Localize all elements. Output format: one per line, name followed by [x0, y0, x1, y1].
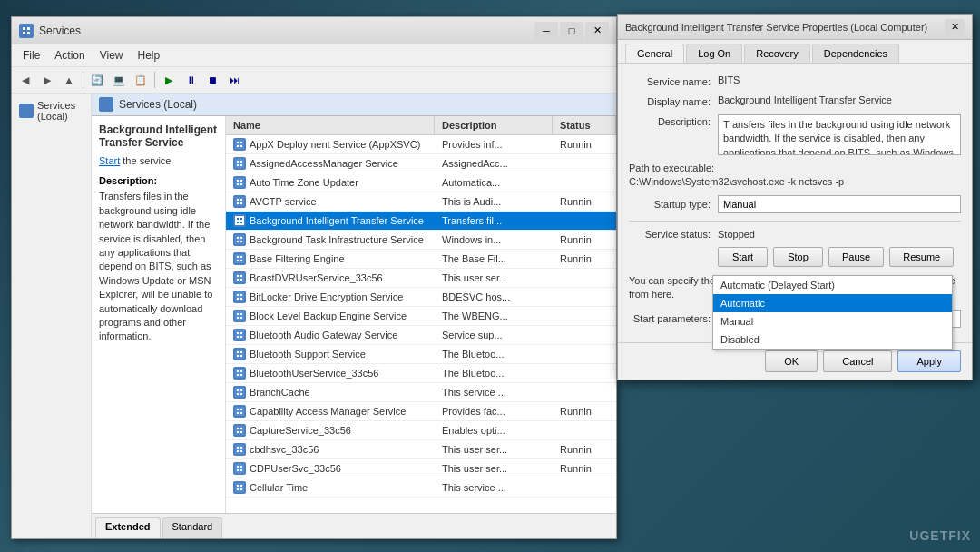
pause-button[interactable]: Pause [828, 247, 884, 267]
close-button[interactable]: ✕ [585, 22, 609, 40]
toolbar-forward[interactable]: ▶ [37, 70, 57, 90]
stop-button[interactable]: Stop [773, 247, 823, 267]
maximize-button[interactable]: □ [560, 22, 583, 40]
svg-rect-58 [237, 336, 239, 338]
svg-rect-11 [237, 161, 239, 163]
service-row[interactable]: CDPUserSvc_33c56This user ser...Runnin [226, 459, 616, 478]
service-list-header: Name Description Status [226, 116, 616, 135]
ok-button[interactable]: OK [765, 350, 818, 372]
start-button[interactable]: Start [718, 247, 768, 267]
dropdown-item-manual[interactable]: Manual [713, 312, 952, 330]
menu-file[interactable]: File [15, 46, 47, 64]
svg-rect-78 [237, 412, 239, 414]
svg-rect-19 [240, 183, 242, 185]
svg-rect-81 [237, 428, 239, 429]
toolbar-computer[interactable]: 💻 [109, 70, 129, 90]
svg-rect-99 [240, 488, 242, 490]
toolbar-stop-service[interactable]: ⏸ [181, 70, 201, 90]
service-row[interactable]: Background Task Infrastructure ServiceWi… [226, 231, 616, 250]
service-cell-name: BitLocker Drive Encryption Service [226, 288, 435, 306]
dropdown-item-delayed[interactable]: Automatic (Delayed Start) [713, 276, 952, 294]
svg-rect-72 [240, 389, 242, 391]
service-icon [233, 138, 246, 151]
dropdown-item-disabled[interactable]: Disabled [713, 330, 952, 349]
startup-label: Startup type: [629, 199, 710, 210]
left-panel-item-local[interactable]: Services (Local) [15, 97, 87, 124]
path-section: Path to executable: C:\Windows\System32\… [629, 163, 961, 188]
menu-help[interactable]: Help [131, 46, 168, 64]
service-row[interactable]: Block Level Backup Engine ServiceThe WBE… [226, 307, 616, 326]
service-cell-status [553, 326, 616, 344]
service-row[interactable]: Base Filtering EngineThe Base Fil...Runn… [226, 250, 616, 269]
col-status[interactable]: Status [553, 116, 616, 134]
tab-recovery[interactable]: Recovery [744, 44, 809, 63]
service-cell-name: Bluetooth Audio Gateway Service [226, 326, 435, 344]
service-row[interactable]: Bluetooth Audio Gateway ServiceService s… [226, 326, 616, 345]
svg-rect-47 [240, 294, 242, 296]
service-name-label: Service name: [629, 74, 710, 87]
description-value[interactable]: Transfers files in the background using … [718, 114, 961, 155]
right-panel: Services (Local) Background Intelligent … [92, 94, 616, 538]
svg-rect-55 [235, 330, 244, 340]
service-row[interactable]: CaptureService_33c56Enables opti... [226, 421, 616, 440]
tab-general[interactable]: General [625, 44, 684, 63]
service-row[interactable]: BranchCacheThis service ... [226, 383, 616, 402]
svg-rect-83 [237, 431, 239, 433]
dialog-close-button[interactable]: ✕ [945, 19, 965, 35]
service-cell-status [553, 288, 616, 306]
service-row[interactable]: AssignedAccessManager ServiceAssignedAcc… [226, 154, 616, 173]
service-row[interactable]: Auto Time Zone UpdaterAutomatica... [226, 173, 616, 192]
startup-select[interactable]: Automatic (Delayed Start) Automatic Manu… [718, 195, 961, 213]
menu-action[interactable]: Action [47, 46, 92, 64]
service-row[interactable]: Bluetooth Support ServiceThe Bluetoo... [226, 345, 616, 364]
info-sidebar-title: Background Intelligent Transfer Service [99, 123, 218, 149]
svg-rect-84 [240, 431, 242, 433]
left-panel: Services (Local) [12, 94, 92, 538]
service-cell-status [553, 345, 616, 363]
svg-rect-34 [240, 241, 242, 242]
dialog-titlebar: Background Intelligent Transfer Service … [618, 15, 972, 40]
col-name[interactable]: Name [226, 116, 435, 134]
service-row[interactable]: Cellular TimeThis service ... [226, 478, 616, 498]
tab-standard[interactable]: Standard [162, 518, 223, 538]
service-name-text: Block Level Backup Engine Service [250, 310, 407, 321]
service-cell-name: Base Filtering Engine [226, 250, 435, 268]
toolbar-up[interactable]: ▲ [59, 70, 79, 90]
service-row[interactable]: BluetoothUserService_33c56The Bluetoo... [226, 364, 616, 383]
toolbar-properties[interactable]: 📋 [131, 70, 151, 90]
tab-extended[interactable]: Extended [95, 518, 161, 538]
tab-dependencies[interactable]: Dependencies [812, 44, 899, 63]
toolbar-back[interactable]: ◀ [15, 70, 35, 90]
service-row[interactable]: AVCTP serviceThis is Audi...Runnin [226, 192, 616, 212]
svg-rect-36 [237, 256, 239, 258]
info-sidebar-link-text: Start the service [99, 154, 218, 168]
apply-button[interactable]: Apply [897, 350, 961, 372]
toolbar-restart-service[interactable]: ⏭ [224, 70, 244, 90]
service-row[interactable]: Capability Access Manager ServiceProvide… [226, 402, 616, 421]
toolbar-pause-service[interactable]: ⏹ [202, 70, 222, 90]
service-row[interactable]: Background Intelligent Transfer ServiceT… [226, 212, 616, 231]
service-name-text: CDPUserSvc_33c56 [250, 463, 341, 474]
dropdown-item-automatic[interactable]: Automatic [713, 294, 952, 312]
minimize-button[interactable]: ─ [534, 22, 558, 40]
toolbar-refresh[interactable]: 🔄 [87, 70, 107, 90]
service-row[interactable]: cbdhsvc_33c56This user ser...Runnin [226, 440, 616, 459]
resume-button[interactable]: Resume [889, 247, 954, 267]
service-name-text: AppX Deployment Service (AppXSVC) [250, 139, 420, 150]
service-cell-desc: AssignedAcc... [435, 154, 553, 172]
service-row[interactable]: BcastDVRUserService_33c56This user ser..… [226, 269, 616, 288]
svg-rect-56 [237, 332, 239, 334]
cancel-button[interactable]: Cancel [823, 350, 892, 372]
svg-rect-1 [23, 27, 25, 30]
services-titlebar: Services ─ □ ✕ [12, 17, 616, 44]
tab-logon[interactable]: Log On [686, 44, 742, 63]
service-row[interactable]: BitLocker Drive Encryption ServiceBDESVC… [226, 288, 616, 307]
svg-rect-89 [240, 450, 242, 452]
svg-rect-33 [237, 241, 239, 242]
menu-view[interactable]: View [93, 46, 131, 64]
service-row[interactable]: AppX Deployment Service (AppXSVC)Provide… [226, 135, 616, 154]
toolbar-start-service[interactable]: ▶ [159, 70, 179, 90]
svg-rect-49 [240, 298, 242, 300]
col-desc[interactable]: Description [435, 116, 553, 134]
start-service-link[interactable]: Start [99, 155, 120, 166]
